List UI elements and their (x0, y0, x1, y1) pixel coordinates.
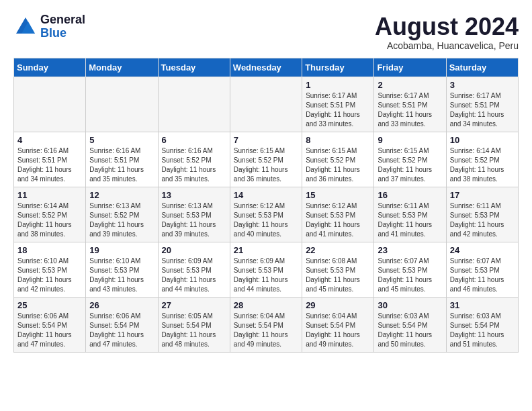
day-number: 31 (450, 300, 515, 310)
day-number: 6 (162, 135, 226, 145)
day-info: Sunrise: 6:16 AM Sunset: 5:51 PM Dayligh… (17, 146, 82, 184)
day-number: 21 (234, 245, 298, 255)
weekday-header-monday: Monday (86, 58, 158, 77)
calendar-cell: 5Sunrise: 6:16 AM Sunset: 5:51 PM Daylig… (86, 132, 158, 187)
day-number: 7 (234, 135, 298, 145)
day-info: Sunrise: 6:15 AM Sunset: 5:52 PM Dayligh… (378, 146, 442, 184)
calendar-week-4: 18Sunrise: 6:10 AM Sunset: 5:53 PM Dayli… (14, 242, 519, 297)
calendar-cell: 22Sunrise: 6:08 AM Sunset: 5:53 PM Dayli… (302, 242, 374, 297)
day-number: 3 (450, 80, 515, 90)
day-info: Sunrise: 6:09 AM Sunset: 5:53 PM Dayligh… (162, 257, 226, 294)
day-info: Sunrise: 6:07 AM Sunset: 5:53 PM Dayligh… (450, 257, 515, 294)
day-info: Sunrise: 6:03 AM Sunset: 5:54 PM Dayligh… (378, 312, 442, 349)
calendar-cell: 29Sunrise: 6:04 AM Sunset: 5:54 PM Dayli… (302, 297, 374, 352)
calendar-cell: 28Sunrise: 6:04 AM Sunset: 5:54 PM Dayli… (230, 297, 302, 352)
day-number: 15 (306, 190, 370, 200)
day-info: Sunrise: 6:05 AM Sunset: 5:54 PM Dayligh… (162, 312, 226, 349)
logo-icon (13, 15, 38, 39)
day-info: Sunrise: 6:10 AM Sunset: 5:53 PM Dayligh… (17, 257, 82, 294)
day-number: 11 (17, 190, 82, 200)
day-info: Sunrise: 6:16 AM Sunset: 5:52 PM Dayligh… (162, 146, 226, 184)
calendar-cell: 11Sunrise: 6:14 AM Sunset: 5:52 PM Dayli… (14, 187, 86, 242)
page-header: General Blue August 2024 Acobamba, Huanc… (13, 13, 519, 51)
day-info: Sunrise: 6:14 AM Sunset: 5:52 PM Dayligh… (17, 201, 82, 239)
calendar-cell: 14Sunrise: 6:12 AM Sunset: 5:53 PM Dayli… (230, 187, 302, 242)
month-title: August 2024 (375, 13, 519, 40)
day-info: Sunrise: 6:09 AM Sunset: 5:53 PM Dayligh… (234, 257, 298, 294)
calendar-cell: 3Sunrise: 6:17 AM Sunset: 5:51 PM Daylig… (446, 77, 518, 132)
day-info: Sunrise: 6:11 AM Sunset: 5:53 PM Dayligh… (378, 201, 442, 239)
calendar-cell: 1Sunrise: 6:17 AM Sunset: 5:51 PM Daylig… (302, 77, 374, 132)
day-info: Sunrise: 6:10 AM Sunset: 5:53 PM Dayligh… (89, 257, 154, 294)
day-number: 29 (306, 300, 370, 310)
calendar-cell: 21Sunrise: 6:09 AM Sunset: 5:53 PM Dayli… (230, 242, 302, 297)
day-number: 19 (89, 245, 154, 255)
calendar-cell: 7Sunrise: 6:15 AM Sunset: 5:52 PM Daylig… (230, 132, 302, 187)
day-number: 4 (17, 135, 82, 145)
day-number: 1 (306, 80, 370, 90)
day-info: Sunrise: 6:13 AM Sunset: 5:52 PM Dayligh… (89, 201, 154, 239)
calendar-cell (14, 77, 86, 132)
logo: General Blue (13, 13, 85, 40)
calendar-cell: 23Sunrise: 6:07 AM Sunset: 5:53 PM Dayli… (374, 242, 446, 297)
day-number: 16 (378, 190, 442, 200)
weekday-header-row: SundayMondayTuesdayWednesdayThursdayFrid… (14, 58, 519, 77)
logo-text: General Blue (40, 13, 85, 40)
calendar-cell: 6Sunrise: 6:16 AM Sunset: 5:52 PM Daylig… (158, 132, 230, 187)
day-number: 25 (17, 300, 82, 310)
day-info: Sunrise: 6:11 AM Sunset: 5:53 PM Dayligh… (450, 201, 515, 239)
calendar-cell: 19Sunrise: 6:10 AM Sunset: 5:53 PM Dayli… (86, 242, 158, 297)
day-info: Sunrise: 6:06 AM Sunset: 5:54 PM Dayligh… (17, 312, 82, 349)
calendar-cell: 9Sunrise: 6:15 AM Sunset: 5:52 PM Daylig… (374, 132, 446, 187)
day-info: Sunrise: 6:07 AM Sunset: 5:53 PM Dayligh… (378, 257, 442, 294)
calendar-cell: 25Sunrise: 6:06 AM Sunset: 5:54 PM Dayli… (14, 297, 86, 352)
calendar-cell: 31Sunrise: 6:03 AM Sunset: 5:54 PM Dayli… (446, 297, 518, 352)
day-number: 2 (378, 80, 442, 90)
day-number: 22 (306, 245, 370, 255)
day-info: Sunrise: 6:08 AM Sunset: 5:53 PM Dayligh… (306, 257, 370, 294)
day-info: Sunrise: 6:13 AM Sunset: 5:53 PM Dayligh… (162, 201, 226, 239)
calendar-cell (158, 77, 230, 132)
weekday-header-friday: Friday (374, 58, 446, 77)
title-block: August 2024 Acobamba, Huancavelica, Peru (375, 13, 519, 51)
day-number: 17 (450, 190, 515, 200)
calendar-cell: 24Sunrise: 6:07 AM Sunset: 5:53 PM Dayli… (446, 242, 518, 297)
day-number: 14 (234, 190, 298, 200)
calendar-week-3: 11Sunrise: 6:14 AM Sunset: 5:52 PM Dayli… (14, 187, 519, 242)
weekday-header-sunday: Sunday (14, 58, 86, 77)
day-info: Sunrise: 6:03 AM Sunset: 5:54 PM Dayligh… (450, 312, 515, 349)
calendar-cell: 4Sunrise: 6:16 AM Sunset: 5:51 PM Daylig… (14, 132, 86, 187)
day-number: 24 (450, 245, 515, 255)
calendar-cell (86, 77, 158, 132)
day-info: Sunrise: 6:12 AM Sunset: 5:53 PM Dayligh… (306, 201, 370, 239)
calendar-cell: 20Sunrise: 6:09 AM Sunset: 5:53 PM Dayli… (158, 242, 230, 297)
calendar-week-5: 25Sunrise: 6:06 AM Sunset: 5:54 PM Dayli… (14, 297, 519, 352)
calendar-cell: 17Sunrise: 6:11 AM Sunset: 5:53 PM Dayli… (446, 187, 518, 242)
calendar-cell: 2Sunrise: 6:17 AM Sunset: 5:51 PM Daylig… (374, 77, 446, 132)
calendar-cell: 15Sunrise: 6:12 AM Sunset: 5:53 PM Dayli… (302, 187, 374, 242)
day-number: 26 (89, 300, 154, 310)
day-info: Sunrise: 6:06 AM Sunset: 5:54 PM Dayligh… (89, 312, 154, 349)
calendar-table: SundayMondayTuesdayWednesdayThursdayFrid… (13, 58, 519, 353)
day-number: 27 (162, 300, 226, 310)
day-info: Sunrise: 6:15 AM Sunset: 5:52 PM Dayligh… (234, 146, 298, 184)
weekday-header-wednesday: Wednesday (230, 58, 302, 77)
calendar-week-1: 1Sunrise: 6:17 AM Sunset: 5:51 PM Daylig… (14, 77, 519, 132)
day-info: Sunrise: 6:04 AM Sunset: 5:54 PM Dayligh… (306, 312, 370, 349)
calendar-week-2: 4Sunrise: 6:16 AM Sunset: 5:51 PM Daylig… (14, 132, 519, 187)
day-number: 28 (234, 300, 298, 310)
calendar-cell: 8Sunrise: 6:15 AM Sunset: 5:52 PM Daylig… (302, 132, 374, 187)
location-subtitle: Acobamba, Huancavelica, Peru (375, 40, 519, 51)
day-number: 8 (306, 135, 370, 145)
day-number: 30 (378, 300, 442, 310)
day-info: Sunrise: 6:16 AM Sunset: 5:51 PM Dayligh… (89, 146, 154, 184)
day-number: 18 (17, 245, 82, 255)
calendar-cell: 27Sunrise: 6:05 AM Sunset: 5:54 PM Dayli… (158, 297, 230, 352)
calendar-cell: 26Sunrise: 6:06 AM Sunset: 5:54 PM Dayli… (86, 297, 158, 352)
calendar-cell: 12Sunrise: 6:13 AM Sunset: 5:52 PM Dayli… (86, 187, 158, 242)
day-number: 12 (89, 190, 154, 200)
calendar-cell: 13Sunrise: 6:13 AM Sunset: 5:53 PM Dayli… (158, 187, 230, 242)
day-number: 5 (89, 135, 154, 145)
day-info: Sunrise: 6:17 AM Sunset: 5:51 PM Dayligh… (306, 91, 370, 129)
calendar-cell: 18Sunrise: 6:10 AM Sunset: 5:53 PM Dayli… (14, 242, 86, 297)
